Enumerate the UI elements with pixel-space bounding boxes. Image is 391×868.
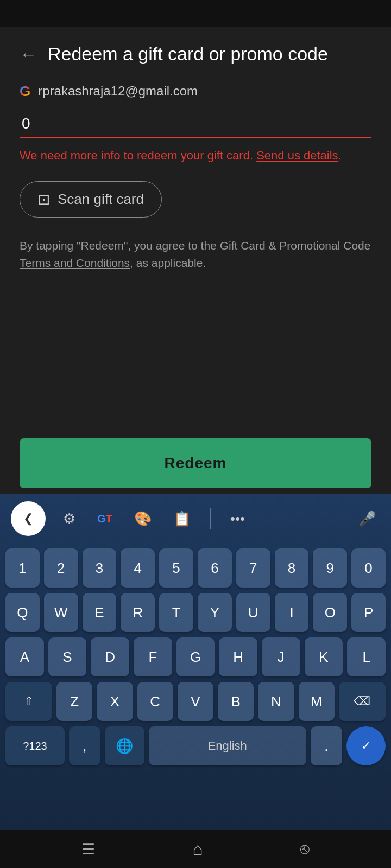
navigation-bar: ☰ ⌂ ⎋ — [0, 830, 391, 868]
key-i[interactable]: I — [275, 593, 309, 632]
back-button[interactable]: ← — [20, 44, 37, 65]
nav-back-icon[interactable]: ⎋ — [300, 840, 310, 858]
keyboard-mic-icon[interactable]: 🎤 — [354, 506, 380, 532]
key-0[interactable]: 0 — [351, 548, 386, 588]
page-title: Redeem a gift card or promo code — [48, 42, 328, 66]
comma-key[interactable]: , — [69, 726, 100, 765]
key-v[interactable]: V — [178, 682, 213, 721]
key-7[interactable]: 7 — [236, 548, 270, 588]
asdf-row: A S D F G H J K L — [5, 637, 386, 676]
key-3[interactable]: 3 — [83, 548, 117, 588]
toolbar-divider — [210, 508, 211, 529]
keyboard-palette-icon[interactable]: 🎨 — [130, 506, 156, 532]
key-z[interactable]: Z — [56, 682, 92, 721]
symbols-key[interactable]: ?123 — [5, 726, 65, 765]
key-2[interactable]: 2 — [44, 548, 78, 588]
globe-key[interactable]: 🌐 — [105, 726, 144, 765]
keyboard-more-icon[interactable]: ••• — [226, 506, 249, 532]
keyboard-toolbar: ❮ ⚙ GT 🎨 📋 ••• 🎤 — [0, 494, 391, 544]
key-8[interactable]: 8 — [275, 548, 309, 588]
terms-suffix: , as applicable. — [130, 257, 206, 269]
key-w[interactable]: W — [44, 593, 78, 632]
qwerty-row: Q W E R T Y U I O P — [5, 593, 386, 632]
google-logo: G — [20, 83, 30, 100]
code-input-container — [20, 111, 371, 138]
backspace-key[interactable]: ⌫ — [339, 682, 386, 721]
key-b[interactable]: B — [218, 682, 254, 721]
key-h[interactable]: H — [219, 637, 257, 676]
enter-key[interactable]: ✓ — [346, 726, 386, 765]
key-c[interactable]: C — [137, 682, 173, 721]
keyboard-back-button[interactable]: ❮ — [11, 501, 46, 536]
terms-prefix: By tapping "Redeem", you agree to the Gi… — [20, 239, 370, 252]
error-message: We need more info to redeem your gift ca… — [20, 148, 371, 164]
period-key[interactable]: . — [311, 726, 342, 765]
zxcv-row: ⇧ Z X C V B N M ⌫ — [5, 682, 386, 721]
key-m[interactable]: M — [299, 682, 335, 721]
key-6[interactable]: 6 — [198, 548, 232, 588]
key-l[interactable]: L — [347, 637, 386, 676]
key-t[interactable]: T — [159, 593, 193, 632]
scan-gift-card-button[interactable]: ⊡ Scan gift card — [20, 181, 162, 218]
key-s[interactable]: S — [48, 637, 87, 676]
account-email: rprakashraja12@gmail.com — [38, 84, 198, 99]
gift-card-input[interactable] — [20, 111, 371, 137]
key-y[interactable]: Y — [198, 593, 232, 632]
key-5[interactable]: 5 — [159, 548, 193, 588]
key-r[interactable]: R — [121, 593, 155, 632]
error-text: We need more info to redeem your gift ca… — [20, 149, 256, 162]
key-o[interactable]: O — [313, 593, 347, 632]
key-x[interactable]: X — [97, 682, 133, 721]
key-d[interactable]: D — [91, 637, 129, 676]
key-p[interactable]: P — [351, 593, 386, 632]
terms-text: By tapping "Redeem", you agree to the Gi… — [20, 237, 371, 271]
key-a[interactable]: A — [5, 637, 44, 676]
account-row: G rprakashraja12@gmail.com — [20, 83, 371, 100]
camera-icon: ⊡ — [37, 190, 50, 208]
nav-menu-icon[interactable]: ☰ — [81, 840, 95, 858]
keyboard-translate-icon[interactable]: GT — [93, 508, 117, 529]
keyboard-back-icon: ❮ — [23, 512, 33, 526]
key-k[interactable]: K — [305, 637, 343, 676]
bottom-row: ?123 , 🌐 English . ✓ — [5, 726, 386, 765]
key-e[interactable]: E — [83, 593, 117, 632]
keyboard-keys: 1 2 3 4 5 6 7 8 9 0 Q W E R T Y U I O P … — [0, 544, 391, 765]
scan-button-label: Scan gift card — [58, 191, 144, 208]
key-4[interactable]: 4 — [121, 548, 155, 588]
key-q[interactable]: Q — [5, 593, 40, 632]
key-1[interactable]: 1 — [5, 548, 40, 588]
status-bar — [0, 0, 391, 27]
terms-link[interactable]: Terms and Conditions — [20, 257, 130, 269]
keyboard-clipboard-icon[interactable]: 📋 — [169, 506, 195, 532]
key-j[interactable]: J — [262, 637, 300, 676]
header: ← Redeem a gift card or promo code — [20, 42, 371, 66]
shift-key[interactable]: ⇧ — [5, 682, 52, 721]
nav-home-icon[interactable]: ⌂ — [192, 839, 203, 859]
error-suffix: . — [338, 149, 342, 162]
key-9[interactable]: 9 — [313, 548, 347, 588]
space-key[interactable]: English — [149, 726, 306, 765]
key-f[interactable]: F — [134, 637, 172, 676]
key-u[interactable]: U — [236, 593, 270, 632]
send-details-link[interactable]: Send us details — [256, 149, 338, 162]
key-g[interactable]: G — [176, 637, 215, 676]
redeem-button[interactable]: Redeem — [20, 438, 371, 488]
main-content: ← Redeem a gift card or promo code G rpr… — [0, 27, 391, 515]
keyboard-settings-icon[interactable]: ⚙ — [59, 506, 80, 532]
key-n[interactable]: N — [258, 682, 294, 721]
number-row: 1 2 3 4 5 6 7 8 9 0 — [5, 548, 386, 588]
keyboard: ❮ ⚙ GT 🎨 📋 ••• 🎤 1 2 3 4 5 6 7 8 9 0 Q W… — [0, 494, 391, 830]
